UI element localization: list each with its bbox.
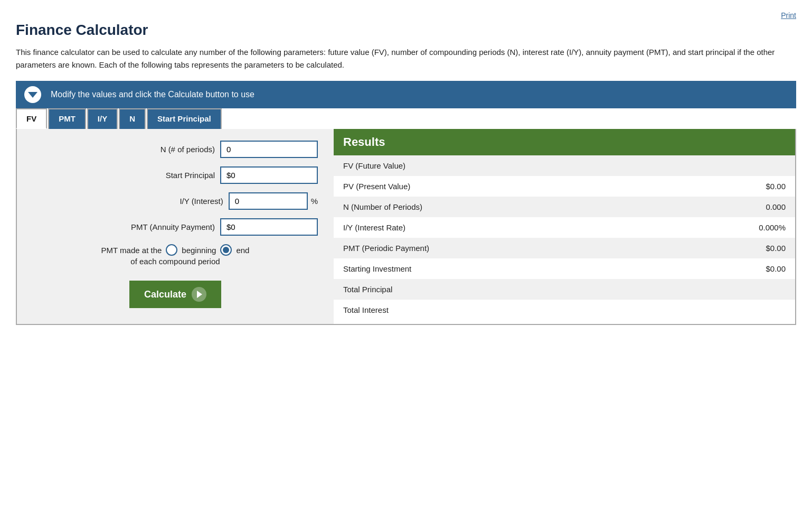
radio-beginning[interactable] <box>166 244 177 256</box>
print-link[interactable]: Print <box>781 11 796 20</box>
result-value: $0.00 <box>655 258 796 279</box>
iy-suffix: % <box>311 197 318 206</box>
result-label: Starting Investment <box>334 258 655 279</box>
instruction-text: Modify the values and click the Calculat… <box>51 90 254 99</box>
table-row: Total Interest <box>334 300 795 320</box>
calculate-label: Calculate <box>144 289 186 300</box>
table-row: N (Number of Periods)0.000 <box>334 197 795 217</box>
tab-fv[interactable]: FV <box>16 108 47 129</box>
tab-start-principal[interactable]: Start Principal <box>147 108 222 129</box>
tab-iy[interactable]: I/Y <box>87 108 118 129</box>
result-label: I/Y (Interest Rate) <box>334 217 655 238</box>
radio-line: PMT made at the beginning end <box>101 244 250 256</box>
table-row: Total Principal <box>334 279 795 300</box>
result-value: 0.000 <box>655 197 796 217</box>
input-iy[interactable] <box>229 192 308 210</box>
instruction-bar: Modify the values and click the Calculat… <box>16 81 796 108</box>
results-table: FV (Future Value)PV (Present Value)$0.00… <box>334 155 795 320</box>
result-value: 0.000% <box>655 217 796 238</box>
pmt-timing-row: PMT made at the beginning end of each co… <box>33 244 318 266</box>
results-header: Results <box>334 129 795 155</box>
iy-input-group: % <box>229 192 318 210</box>
pmt-subtext: of each compound period <box>130 257 220 266</box>
label-start-principal: Start Principal <box>166 171 215 180</box>
right-panel: Results FV (Future Value)PV (Present Val… <box>334 129 795 324</box>
result-value <box>655 300 796 320</box>
left-panel: N (# of periods) Start Principal I/Y (In… <box>17 129 334 324</box>
calculate-button-wrapper: Calculate <box>33 275 318 308</box>
result-value <box>655 155 796 176</box>
result-label: Total Interest <box>334 300 655 320</box>
form-row-pmt: PMT (Annuity Payment) <box>33 218 318 236</box>
input-n-periods[interactable] <box>220 141 318 158</box>
main-content: N (# of periods) Start Principal I/Y (In… <box>16 129 796 325</box>
result-value: $0.00 <box>655 238 796 258</box>
result-label: PMT (Periodic Payment) <box>334 238 655 258</box>
form-row-iy: I/Y (Interest) % <box>33 192 318 210</box>
pmt-timing-label: PMT made at the <box>101 246 162 255</box>
result-label: PV (Present Value) <box>334 176 655 197</box>
calculate-arrow-icon <box>192 287 206 302</box>
result-label: N (Number of Periods) <box>334 197 655 217</box>
tab-pmt[interactable]: PMT <box>48 108 86 129</box>
dropdown-icon[interactable] <box>24 86 41 103</box>
description: This finance calculator can be used to c… <box>16 46 796 71</box>
table-row: I/Y (Interest Rate)0.000% <box>334 217 795 238</box>
table-row: PMT (Periodic Payment)$0.00 <box>334 238 795 258</box>
pmt-end-label: end <box>236 246 249 255</box>
tab-n[interactable]: N <box>119 108 146 129</box>
result-label: FV (Future Value) <box>334 155 655 176</box>
label-n-periods: N (# of periods) <box>160 145 215 154</box>
input-pmt[interactable] <box>220 218 318 236</box>
tab-bar: FV PMT I/Y N Start Principal <box>16 108 796 129</box>
form-row-n-periods: N (# of periods) <box>33 141 318 158</box>
label-iy: I/Y (Interest) <box>180 197 223 206</box>
radio-end[interactable] <box>220 244 232 256</box>
label-pmt: PMT (Annuity Payment) <box>131 222 215 231</box>
calculate-button[interactable]: Calculate <box>129 281 221 308</box>
form-row-start-principal: Start Principal <box>33 166 318 184</box>
result-value <box>655 279 796 300</box>
table-row: Starting Investment$0.00 <box>334 258 795 279</box>
result-value: $0.00 <box>655 176 796 197</box>
table-row: PV (Present Value)$0.00 <box>334 176 795 197</box>
page-title: Finance Calculator <box>16 22 796 39</box>
result-label: Total Principal <box>334 279 655 300</box>
pmt-beginning-label: beginning <box>182 246 216 255</box>
input-start-principal[interactable] <box>220 166 318 184</box>
table-row: FV (Future Value) <box>334 155 795 176</box>
